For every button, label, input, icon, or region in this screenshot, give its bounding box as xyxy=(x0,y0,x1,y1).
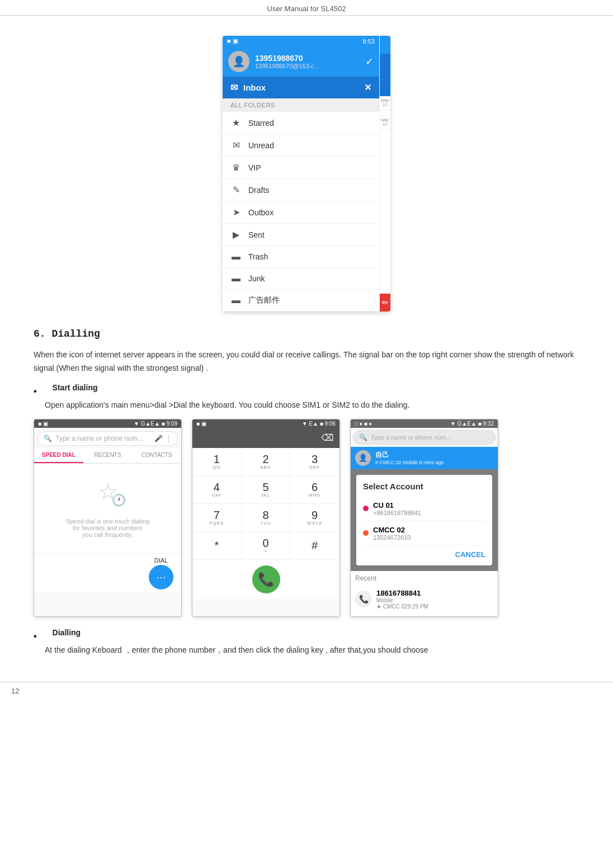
phone1-status-bar: ■ ▣ ▼ G▲E▲ ■ 9:09 xyxy=(34,419,181,428)
star-icon: ★ xyxy=(230,117,242,128)
folder-vip[interactable]: ♛ VIP xyxy=(223,157,379,179)
key-3[interactable]: 3DEF xyxy=(290,448,339,476)
key-8[interactable]: 8TUV xyxy=(242,504,291,532)
recent-section: Recent 📞 18616788841 Mobile ★ CMCC 029:2… xyxy=(351,571,498,616)
folder-starred[interactable]: ★ Starred xyxy=(223,112,379,134)
cancel-button[interactable]: CANCEL xyxy=(455,550,485,559)
cu01-info: CU 01 +8618616788841 xyxy=(373,501,485,516)
cmcc02-name: CMCC 02 xyxy=(373,526,485,534)
email-app: ■ ▣ 8:53 👤 13951988670 13951988670@163.c… xyxy=(223,36,390,312)
avatar: 👤 xyxy=(228,51,249,72)
empty-text-2: for favorites and numbers xyxy=(73,525,143,531)
outbox-icon: ➤ xyxy=(230,207,242,218)
phone1-search-bar[interactable]: 🔍 Type a name or phone num... 🎤 ⋮ xyxy=(37,431,178,446)
date-item-1: Mar 17 xyxy=(380,96,390,110)
key-0[interactable]: 0+ xyxy=(242,532,291,560)
email-screenshot-section: ■ ▣ 8:53 👤 13951988670 13951988670@163.c… xyxy=(34,36,579,312)
key-6[interactable]: 6MNO xyxy=(290,476,339,504)
backspace-icon[interactable]: ⌫ xyxy=(321,432,334,443)
folder-name: Trash xyxy=(248,252,268,261)
drafts-icon: ✎ xyxy=(230,185,242,195)
ads-icon: ▬ xyxy=(230,295,242,305)
email-main-panel: ■ ▣ 8:53 👤 13951988670 13951988670@163.c… xyxy=(223,36,379,312)
inbox-label: Inbox xyxy=(243,83,266,92)
tab-speed-dial[interactable]: SPEED DIAL xyxy=(34,448,83,463)
menu-icon: ⋮ xyxy=(165,435,172,442)
key-2[interactable]: 2ABC xyxy=(242,448,291,476)
call-green-button[interactable]: 📞 xyxy=(252,565,280,593)
all-folders-label: ALL FOLDERS xyxy=(223,98,379,112)
folder-name: Starred xyxy=(248,119,274,128)
key-9[interactable]: 9WXYZ xyxy=(290,504,339,532)
folder-name: 广告邮件 xyxy=(248,295,280,305)
email-right-panel: Mar 17 Mar 17 ✏ xyxy=(379,36,390,312)
key-1[interactable]: 1QO xyxy=(192,448,242,476)
key-5[interactable]: 5JKL xyxy=(242,476,291,504)
phone3-status-left: □ ♦ ■ ♦ xyxy=(355,421,372,427)
status-left-icons: ■ ▣ xyxy=(227,37,238,45)
key-hash[interactable]: # xyxy=(290,532,339,560)
contact-info-3: 自己 # CMCC 02 Mobile 8 mins ago xyxy=(375,450,444,465)
cu01-name: CU 01 xyxy=(373,501,485,510)
check-icon[interactable]: ✓ xyxy=(365,55,374,68)
phone-screen-3: □ ♦ ■ ♦ ▼ G▲E▲ ■ 9:32 🔍 Type a name or p… xyxy=(350,419,498,617)
status-time: 8:53 xyxy=(363,38,375,45)
dial-button[interactable]: ⋯ xyxy=(149,565,173,589)
search-icon: 🔍 xyxy=(44,435,52,442)
folder-ads[interactable]: ▬ 广告邮件 xyxy=(223,290,379,312)
bullet-start-desc: Open application's main menu>dial >Dial … xyxy=(45,399,579,411)
folder-name: VIP xyxy=(248,163,261,172)
folder-name: Sent xyxy=(248,230,265,239)
tab-contacts[interactable]: CONTACTS xyxy=(132,448,181,463)
contact-email: 13951988670@163.c... xyxy=(255,63,365,69)
phones-row: ■ ▣ ▼ G▲E▲ ■ 9:09 🔍 Type a name or phone… xyxy=(34,419,579,617)
crown-icon: ♛ xyxy=(230,162,242,173)
key-7[interactable]: 7PQRS xyxy=(192,504,242,532)
section-paragraph: When the icon of internet server appears… xyxy=(34,348,579,375)
folder-trash[interactable]: ▬ Trash xyxy=(223,246,379,268)
select-account-card: Select Account CU 01 +8618616788841 CMCC… xyxy=(356,475,492,565)
recent-carrier: ★ CMCC 029:29 PM xyxy=(376,603,428,610)
tab-recents[interactable]: RECENTS xyxy=(83,448,133,463)
dial-arrow: DIAL xyxy=(149,557,173,564)
search-icon-2: 🔍 xyxy=(359,433,367,441)
cmcc02-info: CMCC 02 13524672610 xyxy=(373,526,485,541)
recent-item-1[interactable]: 📞 18616788841 Mobile ★ CMCC 029:29 PM xyxy=(355,586,493,613)
account-cu01[interactable]: CU 01 +8618616788841 xyxy=(363,497,485,521)
folder-unread[interactable]: ✉ Unread xyxy=(223,134,379,157)
envelope-icon: ✉ xyxy=(230,140,242,150)
folder-drafts[interactable]: ✎ Drafts xyxy=(223,179,379,201)
cmcc02-number: 13524672610 xyxy=(373,534,485,541)
recent-number: 18616788841 xyxy=(376,589,428,597)
phone-screen-2: ■ ▣ ▼ E▲ ■ 9:06 ⌫ 1QO 2ABC 3DEF 4GHI 5JK… xyxy=(192,419,340,617)
contact-name-3: 自己 xyxy=(375,450,444,460)
inbox-bar[interactable]: ✉ Inbox ✕ xyxy=(223,77,379,98)
folder-name: Drafts xyxy=(248,186,269,195)
phone3-status-right: ▼ G▲E▲ ■ 9:32 xyxy=(450,421,494,427)
cu01-number: +8618616788841 xyxy=(373,510,485,516)
account-cmcc02[interactable]: CMCC 02 13524672610 xyxy=(363,521,485,546)
phone-screen-1: ■ ▣ ▼ G▲E▲ ■ 9:09 🔍 Type a name or phone… xyxy=(34,419,182,617)
key-4[interactable]: 4GHI xyxy=(192,476,242,504)
key-star[interactable]: * xyxy=(192,532,242,560)
select-account-title: Select Account xyxy=(363,482,485,491)
folder-name: Junk xyxy=(248,274,265,283)
contact-info: 13951988670 13951988670@163.c... xyxy=(255,54,365,69)
folder-junk[interactable]: ▬ Junk xyxy=(223,268,379,290)
phone3-search-bar[interactable]: 🔍 Type a name or phone num... xyxy=(353,430,496,445)
cmcc02-dot xyxy=(363,530,369,536)
close-icon[interactable]: ✕ xyxy=(364,82,371,93)
empty-text-3: you call frequently. xyxy=(82,531,133,538)
recent-type: Mobile xyxy=(376,597,393,603)
phone2-status-left: ■ ▣ xyxy=(196,421,206,427)
folder-outbox[interactable]: ➤ Outbox xyxy=(223,201,379,224)
cu01-dot xyxy=(363,506,369,511)
bullet-dialling-desc: At the dialing Keboard ，enter the phone … xyxy=(45,644,579,656)
page-header: User Manual for SL4502 xyxy=(0,0,613,16)
trash-icon: ▬ xyxy=(230,252,242,262)
phone2-status-right: ▼ E▲ ■ 9:06 xyxy=(302,421,336,427)
folder-sent[interactable]: ▶ Sent xyxy=(223,224,379,246)
phone3-search-text: Type a name or phone num... xyxy=(371,434,489,441)
page-content: ■ ▣ 8:53 👤 13951988670 13951988670@163.c… xyxy=(0,16,613,671)
email-contact-bar: 👤 13951988670 13951988670@163.c... ✓ xyxy=(223,46,379,77)
